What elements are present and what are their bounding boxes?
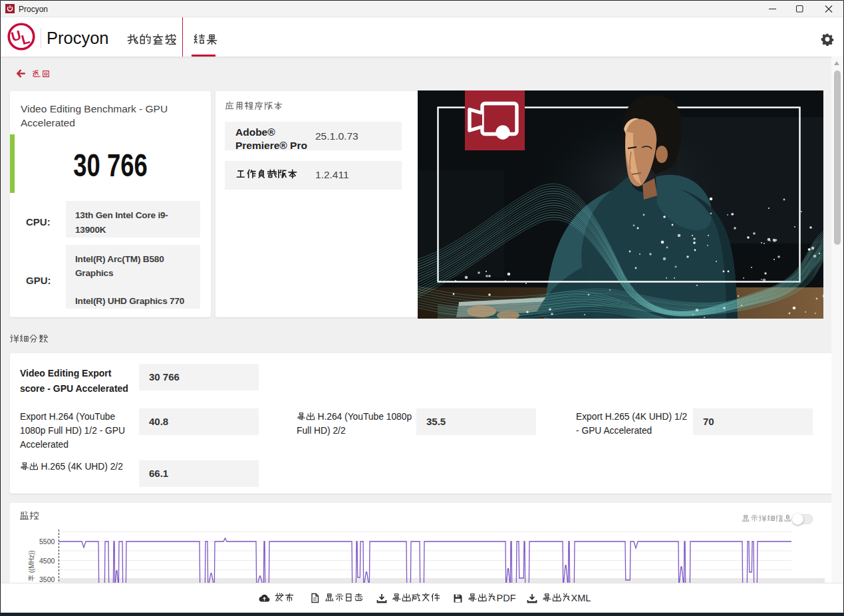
svg-text:L: L xyxy=(20,31,31,47)
